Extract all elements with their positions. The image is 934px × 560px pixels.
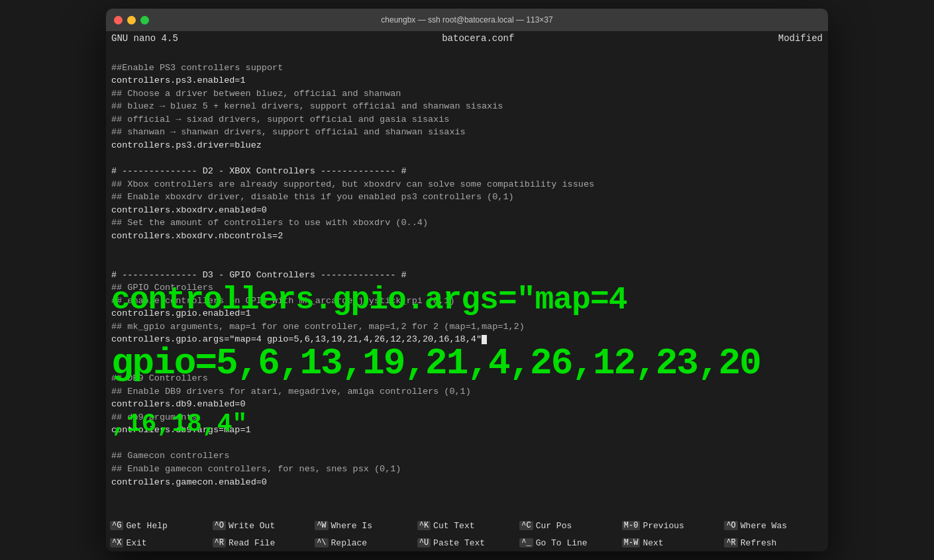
editor-line: ## bluez → bluez 5 + kernel drivers, sup… xyxy=(111,101,503,111)
editor-line: ## mk_gpio arguments, map=1 for one cont… xyxy=(111,322,525,332)
nano-footer: ^G Get Help ^O Write Out ^W Where Is ^K … xyxy=(106,517,828,551)
shortcut-key: ^C xyxy=(519,521,533,530)
shortcut-get-help[interactable]: ^G Get Help xyxy=(109,518,211,533)
editor-line: ## Gamecon controllers xyxy=(111,451,229,461)
shortcut-key: ^X xyxy=(110,538,123,547)
shortcut-label: Cut Text xyxy=(433,521,474,531)
editor-line: ##Enable PS3 controllers support xyxy=(111,63,283,73)
editor-line xyxy=(111,361,117,371)
editor-line: ## shanwan → shanwan drivers, support of… xyxy=(111,127,466,137)
shortcut-label: Go To Line xyxy=(536,538,588,548)
nano-version: GNU nano 4.5 xyxy=(111,33,178,44)
editor-line: controllers.db9.enabled=0 xyxy=(111,399,246,409)
editor-line: ## Enable xboxdrv driver, disable this i… xyxy=(111,192,514,202)
editor-line: ## Set the amount of controllers to use … xyxy=(111,218,428,228)
shortcut-label: Next xyxy=(643,538,663,548)
editor-line: controllers.ps3.driver=bluez xyxy=(111,140,262,150)
editor-line: ## GPIO Controllers xyxy=(111,283,213,293)
shortcut-key: ^O xyxy=(213,521,226,530)
editor-line: controllers.gamecon.enabled=0 xyxy=(111,477,267,487)
editor-line: ## DB9 Controllers xyxy=(111,373,208,383)
editor-line: controllers.db9.args=map=1 xyxy=(111,425,251,435)
shortcut-label: Where Was xyxy=(741,521,787,531)
editor-line: controllers.xboxdrv.nbcontrols=2 xyxy=(111,231,283,241)
shortcut-key: M-W xyxy=(622,538,641,547)
editor-line: ## Xbox controllers are already supporte… xyxy=(111,179,594,189)
shortcut-read-file[interactable]: ^R Read File xyxy=(211,536,314,550)
shortcut-key: ^K xyxy=(417,521,431,530)
editor-line xyxy=(111,348,117,357)
shortcut-write-out[interactable]: ^O Write Out xyxy=(211,518,314,533)
editor-line: controllers.ps3.enabled=1 xyxy=(111,75,246,85)
editor-line: ## enable controllers on GPIO with mk_ar… xyxy=(111,296,454,306)
traffic-lights xyxy=(114,16,149,24)
editor-line: ## Enable gamecon controllers, for nes, … xyxy=(111,464,401,474)
shortcut-label: Replace xyxy=(331,538,368,548)
shortcut-label: Read File xyxy=(229,538,275,548)
shortcut-where-was[interactable]: ^O Where Was xyxy=(723,518,825,533)
overlay-line2: gpio=5,6,13,19,21,4,26,12,23,20 xyxy=(111,344,823,385)
shortcut-previous[interactable]: M-0 Previous xyxy=(621,518,723,533)
shortcut-next[interactable]: M-W Next xyxy=(621,536,723,550)
shortcut-bar-bottom: ^X Exit ^R Read File ^\ Replace ^U Paste… xyxy=(106,534,828,551)
shortcut-key: ^U xyxy=(417,538,431,547)
shortcut-key: ^W xyxy=(315,521,328,530)
terminal-window: cheungbx — ssh root@batocera.local — 113… xyxy=(106,9,828,551)
shortcut-key: ^G xyxy=(110,521,123,530)
shortcut-label: Previous xyxy=(643,521,684,531)
shortcut-where-is[interactable]: ^W Where Is xyxy=(313,518,416,533)
shortcut-replace[interactable]: ^\ Replace xyxy=(313,536,416,550)
editor-line: controllers.gpio.args="map=4 gpio=5,6,13… xyxy=(111,334,487,344)
window-title: cheungbx — ssh root@batocera.local — 113… xyxy=(381,15,552,24)
maximize-button[interactable] xyxy=(140,16,149,24)
editor-line: ## official → sixad drivers, support off… xyxy=(111,115,449,124)
shortcut-label: Exit xyxy=(126,538,146,548)
shortcut-cur-pos[interactable]: ^C Cur Pos xyxy=(518,518,621,533)
shortcut-label: Write Out xyxy=(229,521,275,531)
editor-line xyxy=(111,154,117,163)
nano-header: GNU nano 4.5 batocera.conf Modified xyxy=(106,31,828,46)
editor-line: controllers.xboxdrv.enabled=0 xyxy=(111,205,267,215)
minimize-button[interactable] xyxy=(127,16,136,24)
shortcut-go-to-line[interactable]: ^_ Go To Line xyxy=(518,536,621,550)
editor-line: ## db9 arguments xyxy=(111,412,197,422)
editor-area[interactable]: ##Enable PS3 controllers support control… xyxy=(106,46,828,517)
close-button[interactable] xyxy=(114,16,123,24)
shortcut-key: ^O xyxy=(724,521,737,530)
shortcut-key: ^_ xyxy=(519,538,533,547)
nano-filename: batocera.conf xyxy=(442,33,514,44)
shortcut-key: ^\ xyxy=(315,538,328,547)
shortcut-label: Where Is xyxy=(331,521,372,531)
editor-line xyxy=(111,257,117,267)
shortcut-label: Get Help xyxy=(126,521,167,531)
shortcut-key: ^R xyxy=(724,538,737,547)
shortcut-label: Cur Pos xyxy=(536,521,572,531)
shortcut-refresh[interactable]: ^R Refresh xyxy=(723,536,825,550)
shortcut-paste-text[interactable]: ^U Paste Text xyxy=(416,536,519,550)
editor-line xyxy=(111,438,117,448)
shortcut-exit[interactable]: ^X Exit xyxy=(109,536,211,550)
editor-line: controllers.gpio.enabled=1 xyxy=(111,308,251,318)
shortcut-key: ^R xyxy=(213,538,226,547)
shortcut-label: Paste Text xyxy=(433,538,485,548)
title-bar: cheungbx — ssh root@batocera.local — 113… xyxy=(106,9,828,31)
editor-line: # -------------- D2 - XBOX Controllers -… xyxy=(111,166,407,176)
editor-line: ## Choose a driver between bluez, offici… xyxy=(111,89,401,99)
editor-line: ## Enable DB9 drivers for atari, megadri… xyxy=(111,387,471,397)
editor-line: # -------------- D3 - GPIO Controllers -… xyxy=(111,270,407,280)
shortcut-bar-top: ^G Get Help ^O Write Out ^W Where Is ^K … xyxy=(106,517,828,534)
shortcut-key: M-0 xyxy=(622,521,641,530)
shortcut-label: Refresh xyxy=(741,538,777,548)
nano-status: Modified xyxy=(778,33,823,44)
shortcut-cut-text[interactable]: ^K Cut Text xyxy=(416,518,519,533)
editor-line xyxy=(111,244,117,254)
